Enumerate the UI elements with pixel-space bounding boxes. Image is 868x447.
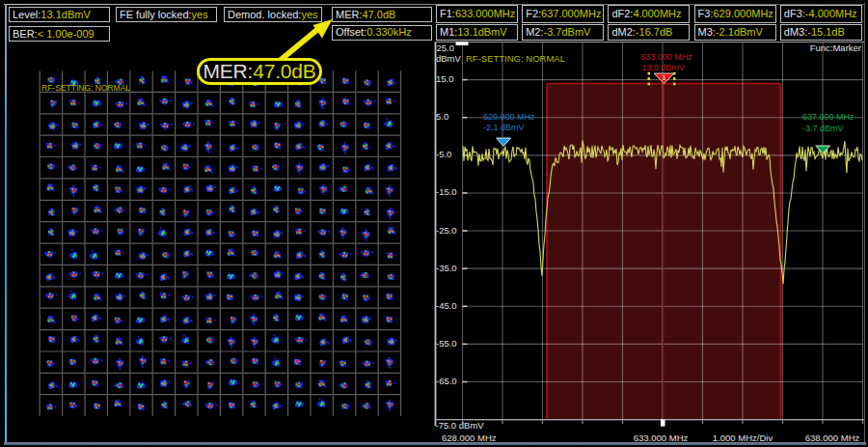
svg-text:1: 1 xyxy=(662,73,666,82)
